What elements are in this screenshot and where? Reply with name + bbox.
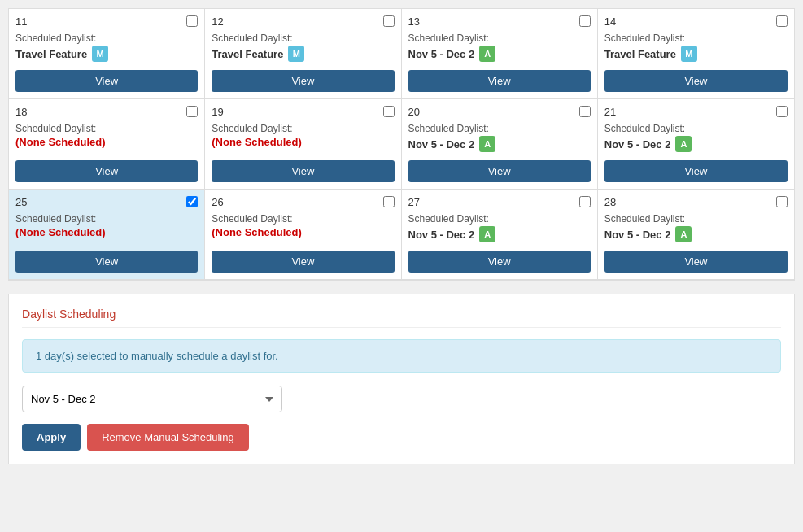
daylist-name: (None Scheduled) bbox=[212, 226, 302, 238]
badge-m: M bbox=[92, 46, 108, 62]
cell-header: 13 bbox=[408, 15, 591, 28]
panel-title-rest: aylist Scheduling bbox=[30, 307, 116, 321]
view-button[interactable]: View bbox=[15, 251, 198, 273]
scheduled-daylist-label: Scheduled Daylist: bbox=[604, 213, 788, 225]
day-checkbox[interactable] bbox=[579, 106, 591, 117]
view-button[interactable]: View bbox=[212, 251, 394, 273]
dropdown-row: Nov 5 - Dec 2Travel Feature(None Schedul… bbox=[22, 386, 781, 412]
cell-header: 27 bbox=[408, 196, 591, 208]
calendar-cell-1-3: 21Scheduled Daylist:Nov 5 - Dec 2AView bbox=[598, 99, 794, 189]
day-checkbox[interactable] bbox=[579, 196, 591, 207]
scheduled-daylist-label: Scheduled Daylist: bbox=[604, 33, 788, 44]
calendar-row-0: 11Scheduled Daylist:Travel FeatureMView1… bbox=[9, 9, 794, 99]
scheduled-daylist-label: Scheduled Daylist: bbox=[408, 33, 591, 44]
cell-header: 19 bbox=[212, 106, 394, 118]
day-number: 18 bbox=[15, 106, 27, 118]
day-checkbox[interactable] bbox=[776, 106, 788, 117]
calendar-cell-0-2: 13Scheduled Daylist:Nov 5 - Dec 2AView bbox=[402, 9, 598, 98]
day-number: 13 bbox=[408, 15, 420, 28]
badge-row: (None Scheduled) bbox=[15, 136, 198, 148]
day-checkbox[interactable] bbox=[186, 15, 198, 27]
badge-row: Nov 5 - Dec 2A bbox=[408, 46, 591, 62]
badge-a: A bbox=[675, 136, 692, 152]
badge-row: Travel FeatureM bbox=[212, 46, 394, 62]
cell-header: 25 bbox=[15, 196, 198, 208]
daylist-name: Travel Feature bbox=[15, 48, 87, 60]
panel-title: Daylist Scheduling bbox=[22, 307, 781, 328]
view-button[interactable]: View bbox=[212, 70, 394, 92]
day-checkbox[interactable] bbox=[186, 106, 198, 117]
calendar-cell-2-1: 26Scheduled Daylist:(None Scheduled)View bbox=[205, 190, 401, 279]
calendar-grid: 11Scheduled Daylist:Travel FeatureMView1… bbox=[8, 8, 795, 281]
daylist-name: Travel Feature bbox=[212, 48, 283, 60]
daylist-name: Nov 5 - Dec 2 bbox=[604, 138, 671, 150]
day-checkbox[interactable] bbox=[579, 15, 591, 27]
day-number: 27 bbox=[408, 196, 420, 208]
badge-row: Nov 5 - Dec 2A bbox=[604, 226, 788, 242]
cell-header: 26 bbox=[212, 196, 394, 208]
daylist-name: (None Scheduled) bbox=[15, 226, 106, 238]
view-button[interactable]: View bbox=[604, 70, 788, 92]
view-button[interactable]: View bbox=[408, 70, 591, 92]
view-button[interactable]: View bbox=[408, 160, 591, 182]
day-checkbox[interactable] bbox=[186, 196, 198, 207]
calendar-row-1: 18Scheduled Daylist:(None Scheduled)View… bbox=[9, 99, 794, 190]
badge-a: A bbox=[479, 46, 495, 62]
day-number: 28 bbox=[604, 196, 616, 208]
day-number: 19 bbox=[212, 106, 223, 118]
day-number: 26 bbox=[212, 196, 223, 208]
day-number: 11 bbox=[15, 15, 27, 28]
scheduled-daylist-label: Scheduled Daylist: bbox=[15, 33, 198, 44]
info-box: 1 day(s) selected to manually schedule a… bbox=[22, 339, 781, 373]
cell-header: 11 bbox=[15, 15, 198, 28]
day-checkbox[interactable] bbox=[383, 15, 395, 27]
day-checkbox[interactable] bbox=[776, 15, 788, 27]
badge-a: A bbox=[479, 226, 495, 242]
cell-header: 18 bbox=[15, 106, 198, 118]
cell-header: 20 bbox=[408, 106, 591, 118]
calendar-cell-2-3: 28Scheduled Daylist:Nov 5 - Dec 2AView bbox=[598, 190, 794, 279]
calendar-row-2: 25Scheduled Daylist:(None Scheduled)View… bbox=[9, 190, 794, 280]
badge-row: (None Scheduled) bbox=[15, 226, 198, 238]
daylist-name: Nov 5 - Dec 2 bbox=[408, 138, 475, 150]
cell-header: 28 bbox=[604, 196, 788, 208]
badge-row: Travel FeatureM bbox=[15, 46, 198, 62]
day-checkbox[interactable] bbox=[383, 106, 395, 117]
day-number: 21 bbox=[604, 106, 616, 118]
day-checkbox[interactable] bbox=[383, 196, 395, 207]
view-button[interactable]: View bbox=[604, 251, 788, 273]
scheduled-daylist-label: Scheduled Daylist: bbox=[408, 123, 591, 134]
view-button[interactable]: View bbox=[15, 70, 198, 92]
daylist-name: Travel Feature bbox=[604, 48, 676, 60]
daylist-select[interactable]: Nov 5 - Dec 2Travel Feature(None Schedul… bbox=[22, 386, 282, 412]
badge-m: M bbox=[288, 46, 304, 62]
day-number: 25 bbox=[15, 196, 27, 208]
calendar-cell-0-3: 14Scheduled Daylist:Travel FeatureMView bbox=[598, 9, 794, 98]
apply-button[interactable]: Apply bbox=[22, 424, 81, 451]
view-button[interactable]: View bbox=[212, 160, 394, 182]
info-message: 1 day(s) selected to manually schedule a… bbox=[36, 350, 278, 362]
badge-row: (None Scheduled) bbox=[212, 226, 394, 238]
calendar-cell-1-1: 19Scheduled Daylist:(None Scheduled)View bbox=[205, 99, 401, 189]
day-number: 14 bbox=[604, 15, 616, 28]
calendar-cell-2-0: 25Scheduled Daylist:(None Scheduled)View bbox=[9, 190, 205, 279]
cell-header: 21 bbox=[604, 106, 788, 118]
daylist-name: Nov 5 - Dec 2 bbox=[604, 229, 671, 241]
daylist-name: (None Scheduled) bbox=[15, 136, 106, 148]
badge-row: (None Scheduled) bbox=[212, 136, 394, 148]
badge-a: A bbox=[479, 136, 495, 152]
badge-row: Nov 5 - Dec 2A bbox=[408, 226, 591, 242]
calendar-cell-0-0: 11Scheduled Daylist:Travel FeatureMView bbox=[9, 9, 205, 98]
badge-m: M bbox=[681, 46, 697, 62]
day-checkbox[interactable] bbox=[776, 196, 788, 207]
action-row: Apply Remove Manual Scheduling bbox=[22, 424, 781, 451]
badge-row: Travel FeatureM bbox=[604, 46, 788, 62]
scheduled-daylist-label: Scheduled Daylist: bbox=[408, 213, 591, 225]
view-button[interactable]: View bbox=[15, 160, 198, 182]
cell-header: 12 bbox=[212, 15, 394, 28]
view-button[interactable]: View bbox=[604, 160, 788, 182]
scheduled-daylist-label: Scheduled Daylist: bbox=[212, 213, 394, 225]
view-button[interactable]: View bbox=[408, 251, 591, 273]
remove-manual-scheduling-button[interactable]: Remove Manual Scheduling bbox=[87, 424, 249, 451]
badge-row: Nov 5 - Dec 2A bbox=[408, 136, 591, 152]
